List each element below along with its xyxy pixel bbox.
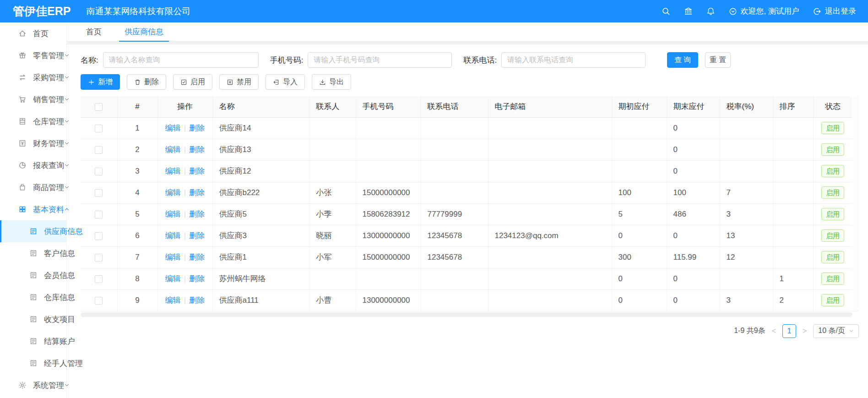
link-separator: |: [184, 124, 186, 132]
add-button[interactable]: 新增: [81, 74, 120, 90]
cell-end-payable: 0: [667, 289, 720, 311]
next-page-button[interactable]: >: [803, 327, 807, 335]
search-button[interactable]: 查 询: [667, 52, 698, 68]
edit-link[interactable]: 编辑: [165, 296, 181, 305]
reset-button[interactable]: 重 置: [705, 52, 731, 68]
enable-button[interactable]: 启用: [173, 74, 212, 90]
tab-supplier-info[interactable]: 供应商信息: [116, 22, 172, 41]
disable-button[interactable]: 禁用: [219, 74, 259, 90]
user-menu[interactable]: 欢迎您, 测试用户: [729, 6, 799, 16]
sidebar-item-home[interactable]: 首页: [0, 22, 66, 44]
sidebar-item-handler-management[interactable]: 经手人管理: [0, 352, 66, 374]
search-icon[interactable]: [662, 7, 670, 16]
export-button[interactable]: 导出: [312, 74, 351, 90]
gear-icon: [18, 381, 27, 389]
chevron-down-icon: [64, 185, 70, 190]
row-checkbox[interactable]: [95, 297, 103, 305]
sidebar-item-purchase[interactable]: 采购管理: [0, 66, 66, 88]
edit-link[interactable]: 编辑: [165, 231, 181, 240]
page-size-select[interactable]: 10 条/页: [813, 324, 859, 338]
row-checkbox[interactable]: [95, 254, 103, 262]
phone-filter-input[interactable]: [308, 52, 452, 68]
row-checkbox[interactable]: [95, 275, 103, 283]
cart-icon: [18, 95, 27, 104]
bank-icon[interactable]: [684, 7, 693, 16]
status-badge: 启用: [821, 208, 844, 220]
select-all-checkbox[interactable]: [95, 103, 103, 111]
import-button[interactable]: 导入: [266, 74, 305, 90]
sidebar-item-label: 商品管理: [33, 182, 64, 193]
sidebar-item-supplier-info[interactable]: 供应商信息: [0, 220, 66, 242]
chevron-down-icon: [64, 119, 70, 124]
cell-begin-payable: [612, 160, 667, 182]
sidebar-item-system[interactable]: 系统管理: [0, 374, 66, 396]
sidebar-item-customer-info[interactable]: 客户信息: [0, 242, 66, 264]
sidebar-item-goods[interactable]: 商品管理: [0, 176, 66, 198]
cell-tax-rate: 3: [720, 289, 773, 311]
row-checkbox[interactable]: [95, 189, 103, 197]
delete-link[interactable]: 删除: [189, 231, 205, 240]
row-checkbox[interactable]: [95, 232, 103, 240]
prev-page-button[interactable]: <: [772, 327, 776, 335]
delete-link[interactable]: 删除: [189, 167, 205, 175]
link-separator: |: [184, 253, 186, 262]
cell-tel: [421, 289, 488, 311]
delete-link[interactable]: 删除: [189, 296, 205, 305]
edit-link[interactable]: 编辑: [165, 188, 181, 197]
sidebar-item-retail[interactable]: 零售管理: [0, 44, 66, 66]
edit-link[interactable]: 编辑: [165, 274, 181, 283]
sidebar-item-warehouse[interactable]: 仓库管理: [0, 110, 66, 132]
delete-link[interactable]: 删除: [189, 274, 205, 283]
table-row: 4 编辑|删除 供应商b222 小张 15000000000 100 100 7…: [81, 182, 852, 203]
name-filter-input[interactable]: [103, 52, 259, 68]
edit-link[interactable]: 编辑: [165, 167, 181, 175]
bell-icon[interactable]: [706, 7, 715, 16]
export-icon: [319, 79, 326, 86]
sidebar-item-reports[interactable]: 报表查询: [0, 154, 66, 176]
disable-button-label: 禁用: [237, 77, 251, 87]
row-checkbox[interactable]: [95, 168, 103, 175]
logout-button[interactable]: 退出登录: [813, 6, 856, 16]
sidebar-item-income-expense[interactable]: 收支项目: [0, 308, 66, 330]
sidebar-item-settlement-account[interactable]: 结算账户: [0, 330, 66, 352]
page-number-button[interactable]: 1: [782, 324, 796, 338]
delete-button-label: 删除: [144, 77, 159, 87]
delete-link[interactable]: 删除: [189, 210, 205, 218]
delete-link[interactable]: 删除: [189, 253, 205, 262]
col-email: 电子邮箱: [488, 96, 612, 117]
row-checkbox[interactable]: [95, 125, 103, 132]
document-icon: [29, 315, 38, 323]
col-actions: 操作: [157, 96, 212, 117]
row-checkbox[interactable]: [95, 211, 103, 218]
sidebar-item-sales[interactable]: 销售管理: [0, 88, 66, 110]
chevron-down-icon: [64, 75, 70, 80]
row-index: 1: [117, 117, 157, 139]
document-icon: [29, 249, 38, 257]
sidebar-item-basic-data[interactable]: 基本资料: [0, 198, 66, 220]
cell-sort: [773, 139, 813, 160]
content-panel: 名称: 手机号码: 联系电话: 查 询 重 置 新增: [67, 44, 868, 398]
status-badge: 启用: [821, 294, 844, 306]
edit-link[interactable]: 编辑: [165, 124, 181, 132]
link-separator: |: [184, 231, 186, 240]
link-separator: |: [184, 274, 186, 283]
edit-link[interactable]: 编辑: [165, 145, 181, 154]
sidebar-item-warehouse-info[interactable]: 仓库信息: [0, 286, 66, 308]
gift-icon: [18, 51, 27, 60]
delete-button[interactable]: 删除: [127, 74, 166, 90]
cell-end-payable: 0: [667, 139, 720, 160]
delete-link[interactable]: 删除: [189, 188, 205, 197]
sidebar-item-member-info[interactable]: 会员信息: [0, 264, 66, 286]
edit-link[interactable]: 编辑: [165, 253, 181, 262]
sidebar-item-finance[interactable]: 财务管理: [0, 132, 66, 154]
delete-link[interactable]: 删除: [189, 124, 205, 132]
cell-name: 供应商5: [212, 203, 309, 225]
cell-phone: [356, 117, 421, 139]
tel-filter-input[interactable]: [501, 52, 646, 68]
edit-link[interactable]: 编辑: [165, 210, 181, 218]
row-checkbox[interactable]: [95, 146, 103, 154]
horizontal-scrollbar[interactable]: [81, 312, 852, 317]
delete-link[interactable]: 删除: [189, 145, 205, 154]
tab-home[interactable]: 首页: [78, 22, 110, 41]
cell-sort: [773, 225, 813, 246]
